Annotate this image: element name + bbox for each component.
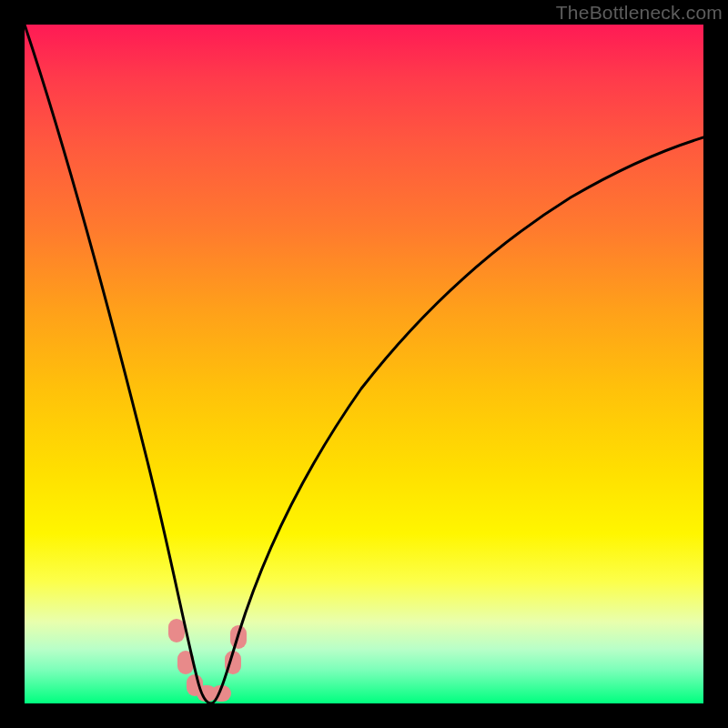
chart-svg — [25, 25, 703, 703]
bottleneck-curve — [25, 25, 703, 703]
marker-dot — [168, 619, 185, 642]
chart-plot-area — [25, 25, 703, 703]
highlight-markers — [168, 619, 247, 702]
watermark-text: TheBottleneck.com — [556, 2, 723, 24]
